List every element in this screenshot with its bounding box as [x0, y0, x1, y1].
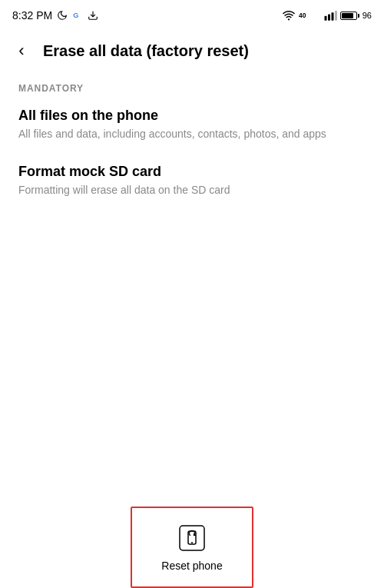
svg-point-9 — [191, 542, 193, 543]
page-header: ‹ Erase all data (factory reset) — [0, 28, 384, 77]
svg-rect-4 — [328, 15, 330, 21]
reset-phone-icon — [177, 523, 207, 553]
svg-text:40: 40 — [299, 12, 306, 20]
mandatory-label: MANDATORY — [18, 83, 366, 94]
content-area: MANDATORY All files on the phone All fil… — [0, 77, 384, 198]
reset-phone-label: Reset phone — [161, 560, 222, 572]
back-arrow-icon: ‹ — [18, 42, 24, 59]
status-right: 40 96 — [282, 10, 372, 21]
download-icon — [88, 10, 98, 21]
item-title-sd: Format mock SD card — [18, 164, 366, 180]
status-left: 8:32 PM G — [12, 9, 98, 22]
svg-rect-3 — [324, 16, 326, 21]
status-time: 8:32 PM — [12, 9, 52, 22]
svg-text:G: G — [73, 12, 78, 19]
signal-bars-icon — [323, 10, 337, 21]
list-item: Format mock SD card Formatting will eras… — [18, 164, 366, 198]
status-bar: 8:32 PM G 40 — [0, 0, 384, 28]
reset-phone-button[interactable]: Reset phone — [131, 507, 253, 588]
svg-rect-5 — [331, 12, 333, 21]
battery-percent: 96 — [362, 11, 372, 20]
moon-icon — [57, 10, 68, 21]
signal-4g-icon: 40 — [299, 10, 320, 21]
wifi-icon — [282, 10, 296, 21]
back-button[interactable]: ‹ — [6, 35, 37, 66]
svg-rect-7 — [180, 526, 204, 550]
page-title: Erase all data (factory reset) — [43, 42, 372, 60]
google-icon: G — [72, 10, 83, 21]
battery-icon — [340, 12, 359, 20]
list-item: All files on the phone All files and dat… — [18, 108, 366, 142]
item-description-files: All files and data, including accounts, … — [18, 127, 366, 142]
item-description-sd: Formatting will erase all data on the SD… — [18, 183, 366, 198]
svg-rect-6 — [335, 11, 337, 21]
item-title-files: All files on the phone — [18, 108, 366, 124]
